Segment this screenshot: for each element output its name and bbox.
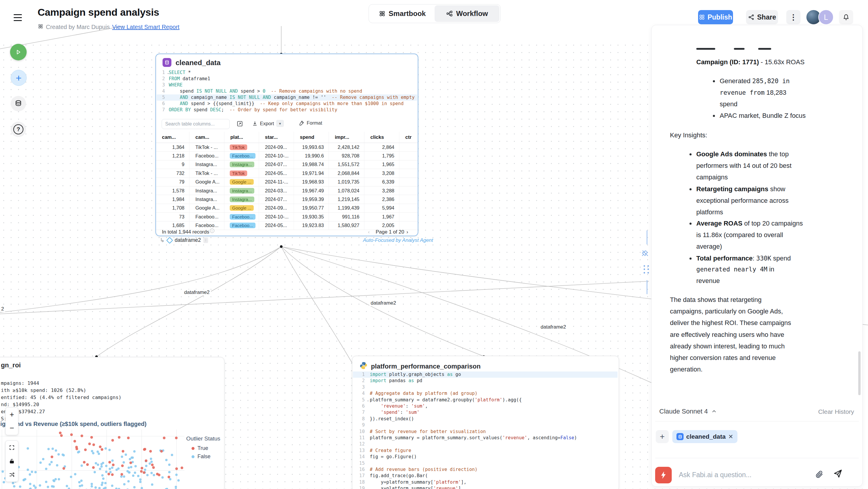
panel-drag-handle[interactable] bbox=[644, 265, 650, 274]
sql-code-editor[interactable]: 1⌄SELECT *2FROM dataframe13WHERE4 spend … bbox=[156, 69, 418, 118]
search-input[interactable]: Search table columns... bbox=[162, 119, 230, 129]
bullet-marker bbox=[713, 115, 715, 117]
table-row[interactable]: 1,218Faceboo...Faceboo...2024-10-...19,9… bbox=[156, 152, 418, 160]
edge-label: dataframe2 bbox=[183, 289, 211, 296]
info-icon[interactable]: i bbox=[210, 228, 214, 233]
prev-page-button[interactable]: ‹ bbox=[368, 229, 370, 235]
add-cell-button[interactable]: + bbox=[11, 70, 27, 86]
output-log-line: entified: 45 (4.4% of filtered campaigns… bbox=[1, 395, 121, 400]
share-button[interactable]: Share bbox=[746, 10, 778, 24]
scatter-point bbox=[134, 465, 137, 467]
publish-button[interactable]: Publish bbox=[698, 10, 733, 24]
attach-icon[interactable] bbox=[815, 470, 824, 480]
column-header[interactable]: cam... bbox=[156, 132, 189, 143]
table-cell: 3,288 bbox=[364, 186, 399, 195]
add-context-button[interactable]: + bbox=[656, 430, 669, 443]
chat-input[interactable]: Ask Fabi.ai a question... bbox=[679, 471, 751, 479]
table-row[interactable]: 1,708Google A...Google ...2024-09...19,9… bbox=[156, 204, 418, 213]
message-line: APAC market, Bundle Z focus bbox=[720, 111, 806, 120]
menu-icon[interactable] bbox=[13, 14, 22, 21]
export-dropdown-chevron[interactable]: ▾ bbox=[276, 120, 284, 127]
scatter-point bbox=[91, 485, 93, 488]
send-icon[interactable] bbox=[833, 468, 843, 480]
tab-smartbook[interactable]: Smartbook bbox=[370, 5, 435, 22]
node-campaign-roi[interactable]: gn_roi mpaigns: 1944ith ≥$10k spend: 102… bbox=[0, 357, 224, 489]
scatter-point bbox=[118, 436, 121, 439]
avatar[interactable]: L bbox=[818, 9, 834, 25]
column-header[interactable]: star... bbox=[259, 132, 294, 143]
table-cell: 73 bbox=[156, 213, 189, 221]
record-count: In total 1,944 records bbox=[162, 229, 209, 235]
line-number: 9 bbox=[352, 422, 365, 428]
fit-view-icon[interactable] bbox=[6, 441, 18, 454]
scatter-point bbox=[102, 462, 104, 464]
download-icon bbox=[252, 120, 258, 126]
lock-icon[interactable] bbox=[6, 454, 18, 468]
table-cell: 19,930.35 bbox=[294, 213, 329, 221]
column-header[interactable]: cam... bbox=[189, 132, 224, 143]
output-options-badge[interactable]: ⁞ bbox=[204, 237, 208, 243]
code-line: fig.add_trace(go.Bar( bbox=[370, 473, 428, 479]
clear-history-button[interactable]: Clear History bbox=[818, 408, 854, 415]
context-chip-cleaned-data[interactable]: cleaned_data ✕ bbox=[672, 430, 738, 443]
table-row[interactable]: 1,984Instagra...Instagra...2024-07...19,… bbox=[156, 195, 418, 204]
more-menu-button[interactable]: ⋮ bbox=[786, 10, 801, 24]
data-sources-button[interactable] bbox=[11, 96, 26, 111]
message-line: spend bbox=[720, 100, 738, 109]
latest-smart-report-link[interactable]: View Latest Smart Report bbox=[112, 24, 180, 30]
zoom-out-button[interactable]: − bbox=[6, 421, 18, 435]
scatter-point bbox=[99, 468, 101, 470]
column-header[interactable]: ctr bbox=[399, 132, 418, 143]
run-all-button[interactable] bbox=[10, 44, 27, 60]
scatter-point bbox=[12, 482, 14, 484]
table-row[interactable]: 732TikTok - ...TikTok2024-05...19,971.94… bbox=[156, 169, 418, 178]
message-line: The data shows that retargeting bbox=[670, 296, 762, 304]
code-line: # Aggregate data by platform (ad group) bbox=[370, 391, 477, 397]
unpin-panel-icon[interactable] bbox=[641, 249, 649, 258]
code-line: ORDER BY spend DESC; -- Order by spend f… bbox=[169, 107, 337, 113]
code-line: fig = go.Figure() bbox=[370, 454, 417, 460]
table-row[interactable]: 1,578Instagra...Instagra...2024-03...19,… bbox=[156, 186, 418, 195]
code-line: y=platform_summary['platform'], bbox=[370, 479, 467, 485]
output-dataframe-label[interactable]: dataframe2 bbox=[175, 237, 201, 243]
table-row[interactable]: 1,364TikTok - ...TikTok2024-09...19,993.… bbox=[156, 143, 418, 152]
question-icon: ? bbox=[13, 124, 23, 134]
scatter-point bbox=[149, 462, 151, 465]
table-cell: 1,578 bbox=[156, 186, 189, 195]
legend-item-true[interactable]: True bbox=[191, 445, 208, 451]
scatter-point bbox=[49, 463, 51, 466]
legend-item-false[interactable]: False bbox=[191, 454, 211, 460]
scatter-point bbox=[31, 471, 33, 473]
remove-chip-icon[interactable]: ✕ bbox=[728, 433, 733, 440]
expand-table-icon[interactable] bbox=[237, 120, 243, 128]
help-button[interactable]: ? bbox=[11, 122, 26, 137]
table-row[interactable]: 73Faceboo...Faceboo...2024-10-...19,930.… bbox=[156, 213, 418, 221]
table-row[interactable]: 79Google A...Google ...2024-11-...19,968… bbox=[156, 178, 418, 186]
message-line: Generated 285,820 in bbox=[720, 77, 790, 86]
fabi-logo bbox=[655, 467, 672, 483]
column-header[interactable]: impr... bbox=[329, 132, 364, 143]
next-page-button[interactable]: › bbox=[406, 229, 408, 235]
format-button[interactable]: Format bbox=[299, 120, 322, 126]
shuffle-icon[interactable] bbox=[6, 468, 18, 482]
column-header[interactable]: clicks bbox=[364, 132, 399, 143]
scatter-point bbox=[149, 450, 152, 453]
tab-workflow[interactable]: Workflow bbox=[435, 5, 499, 22]
notifications-button[interactable] bbox=[839, 10, 853, 24]
line-number: 10 bbox=[352, 429, 365, 435]
export-button[interactable]: Export ▾ bbox=[252, 120, 284, 127]
node-cleaned-data[interactable]: cleaned_data 1⌄SELECT *2FROM dataframe13… bbox=[155, 54, 418, 236]
scrollbar-thumb[interactable] bbox=[858, 352, 861, 395]
model-selector[interactable]: Claude Sonnet 4 bbox=[659, 407, 717, 415]
table-row[interactable]: 9Instagra...Instagra...2024-07...19,988.… bbox=[156, 160, 418, 169]
python-code-editor[interactable]: 1import plotly.graph_objects as go2impor… bbox=[352, 371, 618, 489]
scatter-point bbox=[111, 459, 114, 462]
column-header[interactable]: spend bbox=[294, 132, 329, 143]
fold-chevron-icon[interactable]: ⌄ bbox=[367, 397, 369, 403]
node-platform-performance-comparison[interactable]: platform_performance_comparison 1import … bbox=[352, 356, 619, 489]
column-header[interactable]: plat... bbox=[224, 132, 259, 143]
zoom-in-button[interactable]: + bbox=[6, 407, 18, 421]
scatter-point bbox=[99, 446, 101, 448]
table-cell bbox=[399, 204, 418, 212]
platform-badge: Instagra... bbox=[230, 196, 254, 202]
